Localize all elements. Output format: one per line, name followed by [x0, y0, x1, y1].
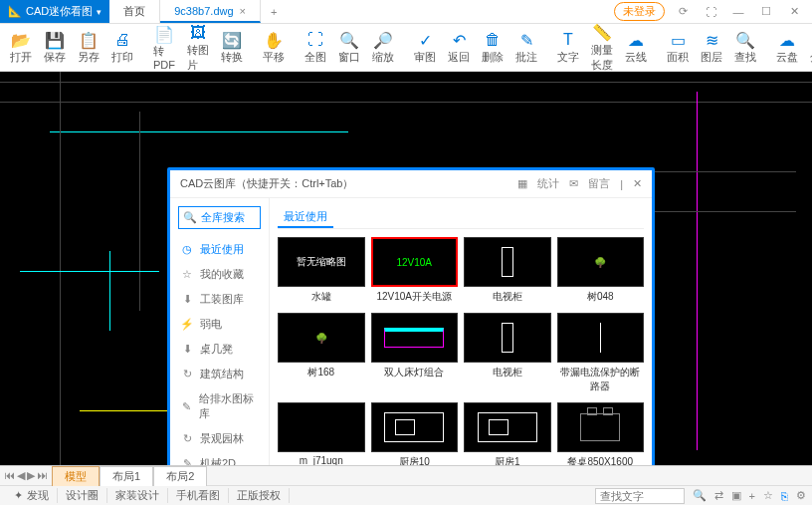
sidebar-item-给排水图标库[interactable]: ✎给排水图标库: [178, 386, 261, 426]
gallery-card[interactable]: 电视柜: [464, 237, 551, 307]
nav-last-icon[interactable]: ⏭: [37, 469, 48, 482]
tool1-icon[interactable]: ⇄: [714, 489, 723, 502]
toolbar-查找[interactable]: 🔍查找: [728, 28, 762, 67]
gallery-card[interactable]: 🌳树048: [557, 237, 645, 307]
toolbar-云线[interactable]: ☁云线: [619, 28, 653, 67]
gallery-card[interactable]: 带漏电流保护的断路器: [557, 313, 645, 396]
stats-link[interactable]: 统计: [537, 176, 559, 191]
toolbar-另存[interactable]: 📋另存: [72, 28, 105, 67]
search-icon: 🔍: [183, 211, 197, 224]
status-license[interactable]: 正版授权: [229, 488, 290, 503]
gallery-dialog: CAD云图库（快捷开关：Ctrl+Tab） ▦ 统计 ✉ 留言 | ✕ 🔍 全库…: [167, 167, 655, 465]
tab-add[interactable]: +: [261, 6, 287, 18]
toolbar-批注[interactable]: ✎批注: [509, 28, 543, 67]
find-text-input[interactable]: [595, 488, 685, 504]
gallery-card[interactable]: 🌳树168: [278, 313, 365, 396]
sidebar-item-最近使用[interactable]: ◷最近使用: [178, 237, 261, 262]
gallery-card[interactable]: 电视柜: [464, 313, 551, 396]
search-icon[interactable]: 🔍: [693, 489, 707, 502]
gallery-card[interactable]: 餐桌850X1600: [557, 402, 645, 465]
nav-next-icon[interactable]: ▶: [27, 469, 35, 482]
gallery-search[interactable]: 🔍 全库搜索: [178, 206, 261, 229]
sidebar-item-桌几凳[interactable]: ⬇桌几凳: [178, 337, 261, 362]
gallery-card[interactable]: 厨房10: [371, 402, 459, 465]
gallery-card[interactable]: 厨房1: [464, 402, 551, 465]
toolbar-测量长度[interactable]: 📏测量长度: [585, 21, 619, 75]
layout-tab-2[interactable]: 布局2: [153, 466, 207, 486]
tool3-icon[interactable]: +: [749, 490, 755, 502]
tab-home[interactable]: 首页: [109, 0, 160, 23]
stats-icon[interactable]: ▦: [517, 177, 527, 190]
tool2-icon[interactable]: ▣: [731, 489, 741, 502]
login-button[interactable]: 未登录: [614, 2, 665, 21]
layout-tab-model[interactable]: 模型: [52, 466, 100, 486]
toolbar-云盘[interactable]: ☁云盘: [770, 28, 804, 67]
app-title[interactable]: 📐 CAD迷你看图 ▾: [0, 0, 109, 23]
refresh-icon[interactable]: ⟳: [673, 5, 693, 18]
nav-prev-icon[interactable]: ◀: [17, 469, 25, 482]
sidebar-item-弱电[interactable]: ⚡弱电: [178, 312, 261, 337]
maximize-icon[interactable]: ☐: [756, 5, 776, 18]
toolbar-全图[interactable]: ⛶全图: [299, 28, 332, 67]
status-discover[interactable]: ✦发现: [6, 488, 58, 503]
expand-icon[interactable]: ⛶: [701, 6, 720, 18]
sidebar-item-机械2D[interactable]: ✎机械2D: [178, 451, 261, 465]
sidebar-item-我的收藏[interactable]: ☆我的收藏: [178, 262, 261, 287]
recent-tab[interactable]: 最近使用: [278, 207, 333, 228]
toolbar-返回[interactable]: ↶返回: [442, 28, 476, 67]
toolbar-图层[interactable]: ≋图层: [695, 28, 728, 67]
status-home[interactable]: 家装设计: [107, 488, 168, 503]
gallery-card[interactable]: 暂无缩略图水罐: [278, 237, 365, 307]
toolbar-分享[interactable]: ↗分享: [804, 28, 812, 67]
tool5-icon[interactable]: ⎘: [781, 490, 788, 502]
minimize-icon[interactable]: —: [728, 6, 748, 18]
status-mobile[interactable]: 手机看图: [168, 488, 229, 503]
toolbar-转PDF[interactable]: 📄转PDF: [147, 22, 181, 73]
toolbar-转换[interactable]: 🔄转换: [215, 28, 249, 67]
toolbar-面积[interactable]: ▭面积: [661, 28, 695, 67]
feedback-link[interactable]: 留言: [588, 176, 610, 191]
toolbar-保存[interactable]: 💾保存: [38, 28, 72, 67]
nav-first-icon[interactable]: ⏮: [4, 469, 15, 482]
close-icon[interactable]: ×: [240, 5, 246, 17]
sidebar-item-景观园林[interactable]: ↻景观园林: [178, 426, 261, 451]
feedback-icon[interactable]: ✉: [569, 177, 578, 190]
toolbar-审图[interactable]: ✓审图: [408, 28, 442, 67]
tool4-icon[interactable]: ☆: [763, 489, 773, 502]
toolbar-打印[interactable]: 🖨打印: [105, 28, 139, 67]
toolbar: 📂打开💾保存📋另存🖨打印📄转PDF🖼转图片🔄转换✋平移⛶全图🔍窗口🔎缩放✓审图↶…: [0, 24, 812, 72]
toolbar-缩放[interactable]: 🔎缩放: [366, 28, 400, 67]
toolbar-转图片[interactable]: 🖼转图片: [181, 21, 215, 75]
dialog-close-icon[interactable]: ✕: [633, 177, 642, 190]
toolbar-打开[interactable]: 📂打开: [4, 28, 38, 67]
settings-icon[interactable]: ⚙: [796, 489, 806, 502]
status-design[interactable]: 设计圈: [58, 488, 107, 503]
toolbar-平移[interactable]: ✋平移: [257, 28, 291, 67]
layout-tab-1[interactable]: 布局1: [100, 466, 153, 486]
close-window-icon[interactable]: ✕: [784, 5, 804, 18]
gallery-card[interactable]: 双人床灯组合: [371, 313, 459, 396]
toolbar-删除[interactable]: 🗑删除: [476, 28, 509, 67]
dialog-title: CAD云图库（快捷开关：Ctrl+Tab）: [180, 176, 354, 191]
sidebar-item-建筑结构[interactable]: ↻建筑结构: [178, 362, 261, 386]
sidebar-item-工装图库[interactable]: ⬇工装图库: [178, 287, 261, 312]
toolbar-窗口[interactable]: 🔍窗口: [332, 28, 366, 67]
gallery-card[interactable]: 12V10A12V10A开关电源: [371, 237, 459, 307]
drawing-canvas[interactable]: CAD云图库（快捷开关：Ctrl+Tab） ▦ 统计 ✉ 留言 | ✕ 🔍 全库…: [0, 72, 812, 465]
gallery-card[interactable]: m_j71uqn: [278, 402, 365, 465]
toolbar-文字[interactable]: T文字: [551, 28, 585, 67]
